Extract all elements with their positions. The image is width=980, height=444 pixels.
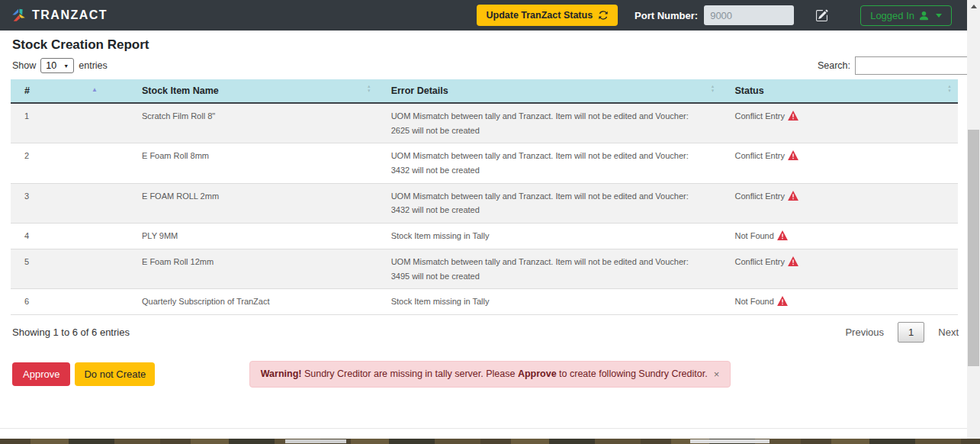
update-button-label: Update TranZact Status (486, 10, 593, 21)
row-num: 4 (11, 224, 128, 249)
warning-triangle-icon (788, 111, 798, 121)
previous-page-button[interactable]: Previous (839, 323, 890, 342)
row-num: 2 (11, 143, 128, 183)
warning-alert: Warning! Sundry Creditor are missing in … (249, 361, 731, 388)
row-error: Stock Item missing in Tally (378, 224, 721, 249)
approve-button[interactable]: Approve (12, 362, 70, 386)
column-header-stock-item[interactable]: Stock Item Name ▲▼ (128, 79, 378, 103)
stock-table-controls: Show 10 ▼ entries Search: (0, 54, 980, 79)
row-status-label: Not Found (734, 231, 773, 240)
row-status-label: Conflict Entry (734, 257, 784, 266)
scrollbar-thumb[interactable] (968, 130, 979, 366)
column-header-error-details[interactable]: Error Details ▲▼ (378, 79, 721, 103)
row-status-label: Conflict Entry (734, 151, 784, 160)
row-name: Quarterly Subscription of TranZact (128, 289, 378, 315)
stock-search-control: Search: (818, 56, 971, 75)
select-caret-icon: ▼ (63, 63, 69, 69)
row-num: 5 (11, 249, 128, 288)
background-window-fragment (690, 439, 770, 443)
stock-report-title: Stock Creation Report (0, 31, 980, 54)
alert-close-icon[interactable]: × (714, 368, 720, 380)
alert-text-1: Sundry Creditor are missing in tally ser… (301, 368, 517, 379)
show-label: Show (12, 60, 36, 71)
vertical-scrollbar[interactable] (967, 0, 980, 444)
column-header-status[interactable]: Status ▲▼ (721, 79, 958, 103)
navbar-right-group: Update TranZact Status Port Number: Logg… (477, 5, 956, 26)
page-size-value: 10 (46, 60, 56, 71)
main-content: Stock Creation Report Show 10 ▼ entries … (0, 0, 980, 444)
warning-triangle-icon (788, 256, 798, 266)
row-name: E Foam Roll 12mm (128, 249, 378, 288)
table-row: 2 E Foam Roll 8mm UOM Mismatch between t… (11, 143, 958, 183)
row-name: E FOAM ROLL 2mm (128, 183, 378, 223)
show-entries-control: Show 10 ▼ entries (12, 58, 108, 73)
row-num: 6 (11, 289, 128, 315)
warning-triangle-icon (788, 150, 798, 160)
tranzact-logo-icon (11, 7, 27, 24)
column-label-stock-item: Stock Item Name (142, 85, 219, 96)
caret-down-icon (936, 14, 942, 18)
row-error: UOM Mismatch between tally and Tranzact.… (378, 183, 721, 223)
action-buttons: Approve Do not Create (12, 362, 155, 386)
person-icon (918, 10, 930, 21)
desktop-background-strip (0, 439, 980, 444)
row-status: Conflict Entry (721, 103, 958, 143)
update-tranzact-status-button[interactable]: Update TranZact Status (477, 5, 618, 26)
stock-table-footer: Showing 1 to 6 of 6 entries Previous 1 N… (0, 315, 980, 343)
sort-ascending-icon: ▲ (92, 86, 98, 93)
row-error: UOM Mismatch between tally and Tranzact.… (378, 143, 721, 183)
search-label: Search: (818, 60, 850, 71)
pagination: Previous 1 Next (839, 322, 965, 343)
table-row: 1 Scratch Film Roll 8" UOM Mismatch betw… (11, 103, 958, 143)
do-not-create-button[interactable]: Do not Create (75, 362, 155, 386)
table-header-row: # ▲ Stock Item Name ▲▼ Error Details ▲▼ … (11, 79, 958, 103)
column-label-num: # (24, 85, 30, 96)
table-row: 3 E FOAM ROLL 2mm UOM Mismatch between t… (11, 183, 958, 223)
row-status-label: Not Found (734, 297, 773, 306)
sort-icon: ▲▼ (711, 84, 715, 93)
warning-triangle-icon (777, 296, 788, 306)
alert-approve-word: Approve (518, 368, 557, 379)
next-page-button[interactable]: Next (932, 323, 965, 342)
actions-area: Approve Do not Create Warning! Sundry Cr… (0, 361, 980, 417)
column-header-num[interactable]: # ▲ (11, 79, 128, 103)
brand-name: TRANZACT (32, 8, 108, 22)
brand-logo[interactable]: TRANZACT (11, 7, 108, 24)
row-status: Not Found (721, 224, 958, 249)
edit-port-icon[interactable] (815, 9, 828, 22)
page-size-select[interactable]: 10 ▼ (40, 58, 74, 73)
scrollbar-up-button[interactable] (967, 0, 980, 12)
row-status: Conflict Entry (721, 183, 958, 223)
row-error: UOM Mismatch between tally and Tranzact.… (378, 249, 721, 288)
entries-info: Showing 1 to 6 of 6 entries (12, 327, 130, 338)
row-name: PLY 9MM (128, 224, 378, 249)
row-error: UOM Mismatch between tally and Tranzact.… (378, 103, 721, 143)
logged-in-label: Logged In (870, 10, 914, 21)
warning-triangle-icon (777, 230, 788, 240)
table-row: 6 Quarterly Subscription of TranZact Sto… (11, 289, 958, 315)
row-name: E Foam Roll 8mm (128, 143, 378, 183)
port-number-input[interactable] (704, 5, 794, 25)
background-window-fragment (285, 439, 346, 443)
refresh-icon (598, 10, 609, 21)
row-status: Not Found (721, 289, 958, 315)
entries-label: entries (79, 60, 108, 71)
sort-icon: ▲▼ (947, 84, 952, 93)
app-page: TRANZACT Update TranZact Status Port Num… (0, 0, 980, 444)
stock-report-table: # ▲ Stock Item Name ▲▼ Error Details ▲▼ … (11, 79, 958, 315)
current-page-button[interactable]: 1 (898, 322, 924, 343)
logged-in-button[interactable]: Logged In (860, 5, 952, 26)
stock-table-body: 1 Scratch Film Roll 8" UOM Mismatch betw… (11, 103, 958, 314)
row-status-label: Conflict Entry (734, 191, 784, 201)
row-num: 3 (11, 183, 128, 223)
alert-text-2: to create following Sundry Creditor. (557, 368, 708, 379)
table-row: 4 PLY 9MM Stock Item missing in Tally No… (11, 224, 958, 249)
row-name: Scratch Film Roll 8" (128, 103, 378, 143)
row-status: Conflict Entry (721, 249, 958, 288)
column-label-status: Status (734, 85, 763, 96)
sort-icon: ▲▼ (367, 84, 371, 93)
column-label-error-details: Error Details (391, 85, 448, 96)
top-navbar: TRANZACT Update TranZact Status Port Num… (0, 0, 967, 31)
stock-search-input[interactable] (855, 56, 971, 75)
row-num: 1 (11, 103, 128, 143)
